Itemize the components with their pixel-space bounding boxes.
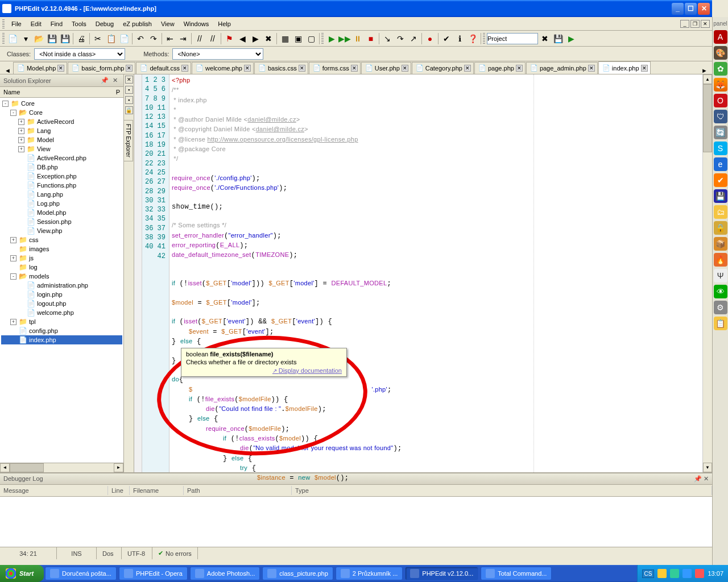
code-editor[interactable]: 1 2 3 4 5 6 7 8 9 10 11 12 13 14 15 16 1… <box>134 74 712 472</box>
tree-folder[interactable]: +📁View <box>1 144 122 153</box>
minimize-button[interactable]: _ <box>672 3 684 15</box>
tab-close-button[interactable]: ✕ <box>641 65 648 72</box>
maximize-button[interactable]: ☐ <box>685 3 697 15</box>
tree-folder[interactable]: 📁log <box>1 263 122 272</box>
tree-folder[interactable]: -📂models <box>1 272 122 281</box>
gimp-icon[interactable]: 🎨 <box>714 46 727 60</box>
shield-icon[interactable]: 🛡 <box>714 110 727 123</box>
info-button[interactable]: ℹ <box>453 32 466 45</box>
bookmark-button[interactable]: ⚑ <box>223 32 235 45</box>
code-content[interactable]: <?php /** * index.php * * @author Daniel… <box>169 74 712 472</box>
mdi-close-button[interactable]: ✕ <box>701 20 710 28</box>
file-tab[interactable]: 📄User.php✕ <box>361 62 411 74</box>
col-line[interactable]: Line <box>108 486 130 495</box>
tree-folder[interactable]: +📁Model <box>1 135 122 144</box>
tabs-scroll-left[interactable]: ◄ <box>2 67 13 74</box>
step-over-button[interactable]: ↷ <box>394 32 407 45</box>
tree-folder[interactable]: +📁Lang <box>1 126 122 135</box>
file-tab[interactable]: 📄welcome.php✕ <box>192 62 254 74</box>
eye-icon[interactable]: 👁 <box>714 285 727 298</box>
validate-button[interactable]: ✔ <box>440 32 453 45</box>
tree-folder[interactable]: +📁tpl <box>1 317 122 326</box>
tree-file[interactable]: 📄DB.php <box>1 163 122 172</box>
file-tab[interactable]: 📄basic_form.php✕ <box>68 62 135 74</box>
comment-button[interactable]: // <box>193 32 206 45</box>
indent-right-button[interactable]: ⇥ <box>177 32 189 45</box>
editor-scroll-v[interactable]: ▲ ▼ <box>702 74 712 472</box>
file-tab[interactable]: 📄forms.css✕ <box>309 62 361 74</box>
taskbar-item[interactable]: 2 Průzkumník ... <box>336 567 403 580</box>
breakpoint-button[interactable]: ● <box>424 32 436 45</box>
mdi-minimize-button[interactable]: _ <box>680 20 689 28</box>
project-close-button[interactable]: ✖ <box>539 32 551 45</box>
tree-file[interactable]: 📄config.php <box>1 326 122 335</box>
tree-toggle[interactable]: - <box>10 273 16 280</box>
tab-close-button[interactable]: ✕ <box>299 65 305 72</box>
firefox-icon[interactable]: 🦊 <box>714 78 727 92</box>
step-out-button[interactable]: ↗ <box>407 32 420 45</box>
tree-file[interactable]: 📄Exception.php <box>1 172 122 181</box>
tree-folder[interactable]: +📁css <box>1 235 122 244</box>
indent-left-button[interactable]: ⇤ <box>164 32 176 45</box>
classes-select[interactable]: <Not inside a class> <box>34 48 125 60</box>
taskbar-item[interactable]: PHPEdit v2.12.0... <box>405 567 478 580</box>
tree-toggle[interactable]: + <box>18 137 24 143</box>
bookmark-prev-button[interactable]: ◀ <box>236 32 249 45</box>
col-path[interactable]: Path <box>184 486 292 495</box>
folders-icon[interactable]: 🗂 <box>714 205 727 219</box>
redo-button[interactable]: ↷ <box>147 32 160 45</box>
file-tab[interactable]: 📄index.php✕ <box>598 61 651 74</box>
tree-hscroll[interactable]: ◄► <box>0 463 123 472</box>
tree-folder[interactable]: -📂Core <box>1 108 122 117</box>
copy-button[interactable]: 📋 <box>105 32 117 45</box>
tab-close-button[interactable]: ✕ <box>351 65 358 72</box>
tree-file[interactable]: 📄logout.php <box>1 299 122 308</box>
mdi-restore-button[interactable]: ❐ <box>690 20 700 28</box>
panel-close-x[interactable]: ✕ <box>125 76 133 84</box>
tree-file[interactable]: 📄Functions.php <box>1 181 122 190</box>
lock-icon[interactable]: 🔒 <box>714 221 727 235</box>
tree-folder[interactable]: +📁ActiveRecord <box>1 117 122 126</box>
floppy-icon[interactable]: 💾 <box>714 189 727 203</box>
new-button[interactable]: 📄 <box>6 32 19 45</box>
tree-toggle[interactable]: + <box>18 128 24 134</box>
methods-select[interactable]: <None> <box>172 48 263 60</box>
region-button[interactable]: ▦ <box>279 32 291 45</box>
panel-close-button[interactable]: ✕ <box>110 77 120 84</box>
tab-close-button[interactable]: ✕ <box>181 65 188 72</box>
file-tab[interactable]: 📄Model.php✕ <box>13 62 67 74</box>
col-type[interactable]: Type <box>292 486 712 495</box>
paste-button[interactable]: 📄 <box>118 32 130 45</box>
file-tab[interactable]: 📄page_admin.php✕ <box>526 62 598 74</box>
print-button[interactable]: 🖨 <box>75 32 88 45</box>
menu-ezpublish[interactable]: eZ publish <box>118 19 156 29</box>
debugger-close-button[interactable]: ✕ <box>704 475 709 482</box>
tree-file[interactable]: 📄View.php <box>1 226 122 235</box>
psi-icon[interactable]: Ψ <box>714 269 727 282</box>
col-filename[interactable]: Filename <box>130 486 184 495</box>
menu-tools[interactable]: Tools <box>67 19 91 29</box>
tree-folder[interactable]: -📁Core <box>1 99 122 108</box>
tab-close-button[interactable]: ✕ <box>126 65 133 72</box>
tab-close-button[interactable]: ✕ <box>244 65 251 72</box>
menu-view[interactable]: View <box>156 19 179 29</box>
fold-button[interactable]: ▣ <box>292 32 304 45</box>
box-icon[interactable]: 📦 <box>714 237 727 251</box>
taskbar-item[interactable]: Adobe Photosh... <box>190 567 260 580</box>
tree-toggle[interactable]: - <box>10 110 16 116</box>
tree-file[interactable]: 📄Session.php <box>1 217 122 226</box>
taskbar-item[interactable]: class_picture.php <box>262 567 333 580</box>
sync-icon[interactable]: 🔄 <box>714 126 727 139</box>
tray-icon[interactable] <box>657 569 667 578</box>
app-icon-3[interactable]: 📋 <box>714 317 727 330</box>
new-dropdown-button[interactable]: ▾ <box>19 32 32 45</box>
tab-close-button[interactable]: ✕ <box>464 65 471 72</box>
tree-file[interactable]: 📄login.php <box>1 290 122 299</box>
menu-find[interactable]: Find <box>46 19 67 29</box>
check-app-icon[interactable]: ✔ <box>714 173 727 187</box>
bookmark-clear-button[interactable]: ✖ <box>262 32 275 45</box>
tree-toggle[interactable]: - <box>2 101 9 107</box>
file-tab[interactable]: 📄page.php✕ <box>474 62 526 74</box>
tree-file[interactable]: 📄Model.php <box>1 208 122 217</box>
tray-icon[interactable] <box>670 569 679 578</box>
